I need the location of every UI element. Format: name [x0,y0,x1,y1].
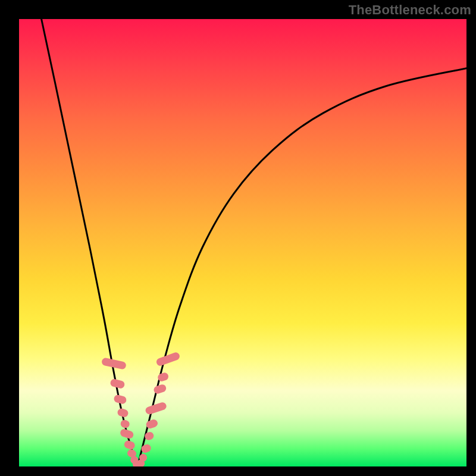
outer-frame: TheBottleneck.com [0,0,476,476]
dot-marker [119,428,134,439]
dot-marker [153,383,167,394]
dot-marker [120,419,130,429]
watermark-text: TheBottleneck.com [349,2,471,18]
curve-layer [19,19,466,466]
plot-area [19,19,466,466]
dot-marker [109,378,125,389]
dot-marker [145,401,167,415]
curve-right-curve [137,68,466,466]
dot-marker [113,394,127,405]
dot-marker [117,408,129,418]
dot-marker [155,351,181,367]
dot-marker [123,440,136,450]
